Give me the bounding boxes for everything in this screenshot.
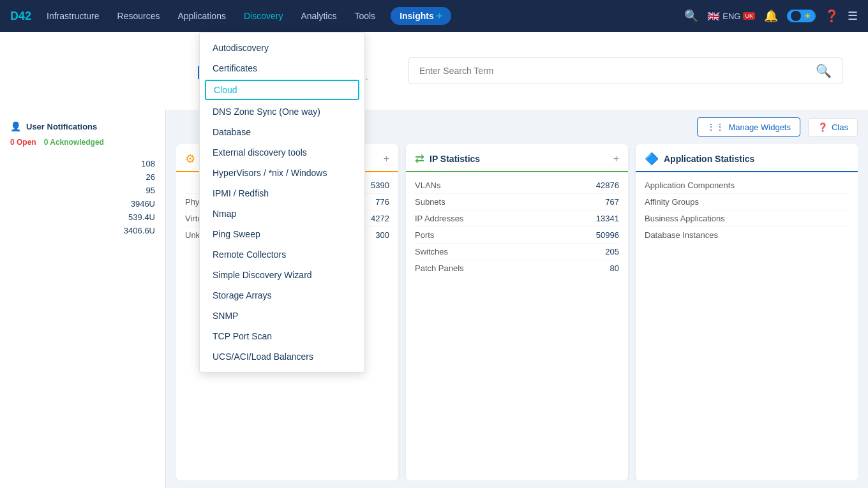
grid-icon: ⋮⋮ [707, 122, 724, 132]
dropdown-menu: Autodiscovery Certificates Cloud DNS Zon… [199, 32, 365, 373]
app-widget-title: Application Statistics [664, 154, 754, 164]
ip-widget-body: VLANs 42876 Subnets 767 IP Addresses 133… [406, 172, 628, 480]
sidebar-panel: 👤 User Notifications 0 Open 0 Acknowledg… [0, 110, 166, 488]
discovery-dropdown: Autodiscovery Certificates Cloud DNS Zon… [199, 32, 365, 373]
uk-badge: UK [743, 12, 755, 20]
device-widget-add-icon[interactable]: + [384, 153, 389, 165]
class-label: Clas [832, 122, 848, 132]
dropdown-item-simple[interactable]: Simple Discovery Wizard [200, 265, 364, 285]
dropdown-item-external[interactable]: External discovery tools [200, 142, 364, 163]
notification-icon[interactable]: 🔔 [764, 9, 778, 23]
sun-icon: ☀ [804, 11, 812, 21]
ip-widget-title: IP Statistics [430, 154, 480, 164]
nav-insights-button[interactable]: Insights + [391, 7, 451, 25]
search-input[interactable] [419, 66, 811, 76]
nav-logo: D42 [10, 10, 31, 23]
app-stat-business[interactable]: Business Applications [645, 211, 849, 227]
main-content: ▶ Global Search All in one box, find any… [0, 32, 868, 488]
nav-item-resources[interactable]: Resources [115, 11, 163, 21]
app-widget-title-area: 🔷 Application Statistics [645, 152, 754, 166]
sidebar-stats: 108 26 95 3946U 539.4U [0, 157, 165, 237]
application-statistics-widget: 🔷 Application Statistics Application Com… [636, 144, 858, 480]
ip-stat-switches: Switches 205 [415, 244, 619, 260]
sidebar-title: User Notifications [26, 122, 97, 131]
sidebar-header: 👤 User Notifications [0, 117, 165, 135]
search-bar-area: 🔍 [408, 57, 842, 84]
stat-row-3: 95 [0, 184, 165, 197]
navbar: D42 Infrastructure Resources Application… [0, 0, 868, 32]
manage-widgets-button[interactable]: ⋮⋮ Manage Widgets [697, 117, 800, 137]
nav-item-tools[interactable]: Tools [352, 11, 378, 21]
app-widget-body: Application Components Affinity Groups B… [636, 172, 858, 480]
app-widget-header: 🔷 Application Statistics [636, 144, 858, 172]
ip-stat-addresses: IP Addresses 13341 [415, 211, 619, 227]
language-selector[interactable]: 🇬🇧 ENG UK [707, 10, 755, 22]
menu-icon[interactable]: ☰ [848, 9, 858, 23]
dropdown-item-storage[interactable]: Storage Arrays [200, 285, 364, 306]
user-notif-icon: 👤 [10, 121, 21, 131]
ip-stat-ports: Ports 50996 [415, 227, 619, 244]
nav-right: 🔍 🇬🇧 ENG UK 🔔 ☀ ❓ ☰ [684, 9, 858, 23]
sidebar-notif-counts: 0 Open 0 Acknowledged [0, 135, 165, 149]
lang-label: ENG [722, 11, 740, 21]
open-count: 0 Open [10, 138, 36, 147]
dropdown-item-database[interactable]: Database [200, 122, 364, 142]
nav-item-infrastructure[interactable]: Infrastructure [44, 11, 101, 21]
nav-item-applications[interactable]: Applications [175, 11, 228, 21]
flag-icon: 🇬🇧 [707, 10, 720, 22]
dropdown-item-tcp[interactable]: TCP Port Scan [200, 326, 364, 346]
app-icon: 🔷 [645, 152, 659, 166]
stat-row-1: 108 [0, 157, 165, 170]
stat-row-6: 3406.6U [0, 224, 165, 237]
app-stat-components[interactable]: Application Components [645, 177, 849, 194]
stat-row-5: 539.4U [0, 211, 165, 224]
ip-stat-subnets: Subnets 767 [415, 194, 619, 211]
ip-widget-header: ⇄ IP Statistics + [406, 144, 628, 172]
dropdown-item-ucs[interactable]: UCS/ACI/Load Balancers [200, 346, 364, 367]
stat-row-2: 26 [0, 170, 165, 184]
dropdown-item-certificates[interactable]: Certificates [200, 58, 364, 78]
app-stat-affinity[interactable]: Affinity Groups [645, 194, 849, 211]
question-circle-icon: ❓ [818, 122, 828, 132]
ip-stat-vlans: VLANs 42876 [415, 177, 619, 194]
app-stat-database[interactable]: Database Instances [645, 227, 849, 243]
gear-icon: ⚙ [185, 152, 195, 166]
dropdown-item-snmp[interactable]: SNMP [200, 306, 364, 326]
class-button[interactable]: ❓ Clas [808, 118, 858, 137]
acknowledged-count: 0 Acknowledged [44, 138, 104, 147]
dropdown-item-autodiscovery[interactable]: Autodiscovery [200, 38, 364, 58]
nav-items: Infrastructure Resources Applications Di… [44, 7, 684, 25]
search-icon[interactable]: 🔍 [684, 9, 698, 23]
dropdown-item-ping[interactable]: Ping Sweep [200, 224, 364, 244]
ip-widget-add-icon[interactable]: + [613, 153, 619, 165]
stat-row-4: 3946U [0, 197, 165, 211]
ip-widget-title-area: ⇄ IP Statistics [415, 152, 480, 166]
dropdown-item-ipmi[interactable]: IPMI / Redfish [200, 183, 364, 203]
network-icon: ⇄ [415, 152, 424, 166]
manage-widgets-label: Manage Widgets [728, 122, 791, 132]
nav-item-analytics[interactable]: Analytics [298, 11, 339, 21]
nav-item-discovery[interactable]: Discovery [241, 11, 285, 21]
dropdown-item-cloud[interactable]: Cloud [205, 80, 359, 100]
ip-statistics-widget: ⇄ IP Statistics + VLANs 42876 Subnets 76… [406, 144, 628, 480]
theme-toggle[interactable]: ☀ [787, 10, 816, 22]
ip-stat-patch-panels: Patch Panels 80 [415, 260, 619, 276]
search-hero: ▶ Global Search All in one box, find any… [0, 32, 868, 110]
toggle-dot [791, 11, 801, 21]
help-icon[interactable]: ❓ [825, 9, 839, 23]
dropdown-item-remote[interactable]: Remote Collectors [200, 244, 364, 265]
bottom-section: 👤 User Notifications 0 Open 0 Acknowledg… [0, 110, 868, 488]
dropdown-item-dns[interactable]: DNS Zone Sync (One way) [200, 101, 364, 122]
search-submit-icon[interactable]: 🔍 [816, 63, 832, 78]
dropdown-item-nmap[interactable]: Nmap [200, 203, 364, 224]
dropdown-item-hypervisors[interactable]: HyperVisors / *nix / Windows [200, 163, 364, 183]
search-bar: 🔍 [408, 57, 842, 84]
